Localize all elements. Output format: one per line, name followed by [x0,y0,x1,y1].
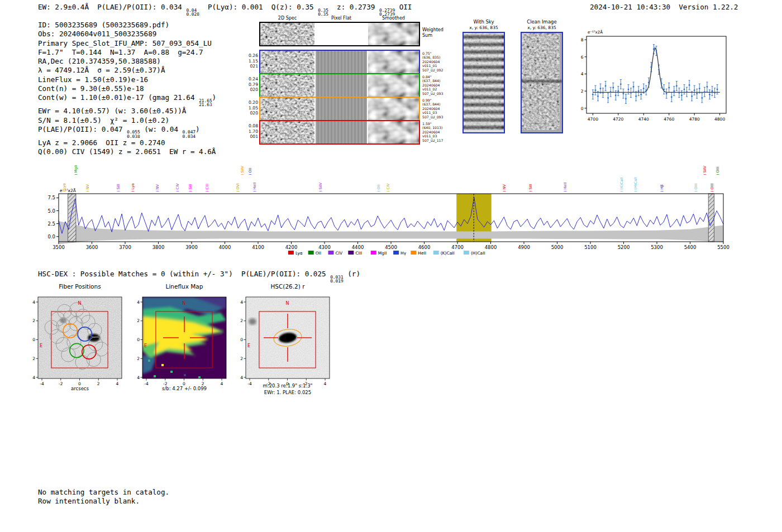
cutout-smoothed-image [368,23,419,45]
svg-text:) OIII: ) OIII [694,183,698,192]
text-segment: (w: 0.04 [140,125,183,133]
stacked-uncertainty: 21.6521.63 [199,99,212,107]
svg-text:0: 0 [32,337,35,342]
svg-text:) NV: ) NV [85,184,90,192]
svg-text:5000: 5000 [551,245,564,250]
footer-line-2: Row intentionally blank. [38,497,140,506]
svg-text:4500: 4500 [385,245,397,250]
svg-text:) CIII: ) CIII [205,184,209,192]
svg-text:-2: -2 [137,356,140,361]
svg-text:-4: -4 [32,375,35,380]
svg-text:0.0: 0.0 [47,234,55,239]
svg-text:3500: 3500 [53,245,65,250]
line-fit-plot: 47004720474047604780480002468e⁻¹⁷x2Å [565,25,744,137]
east-indicator: E [247,343,250,348]
info-line: λ = 4749.12Å σ = 2.59(±0.37)Å [38,66,216,75]
detection-info-block: ID: 5003235689 (5003235689.pdf)Obs: 2024… [38,21,216,156]
svg-text:) OIII: ) OIII [716,166,720,175]
header-spacer [670,3,679,11]
svg-text:2: 2 [581,89,584,94]
footer-line-1: No matching targets in catalog. [38,488,169,497]
data-points [592,49,718,100]
north-indicator: N [78,301,82,306]
clean-image-title: Clean Image [519,19,564,25]
text-segment: Primary Spec_Slot_IFU_AMP: 507_093_054_L… [38,39,212,47]
info-line: EWr = 4.10(±0.57) (w: 3.60(±0.45))Å [38,107,216,116]
fiber-id-labels: 1.59"(640, 1013)20240604v011_03507_LU_11… [422,122,452,142]
lineflux-heatmap [142,297,226,378]
svg-text:) MgII: ) MgII [74,165,78,175]
svg-text:4200: 4200 [285,245,298,250]
svg-text:) SiII: ) SiII [116,184,121,192]
svg-text:4400: 4400 [352,245,364,250]
svg-text:) Hβ: ) Hβ [660,184,664,192]
info-line: S/N = 8.1(±0.5) χ² = 1.0(±0.2) [38,116,216,125]
cutout-2dspec-image [260,51,314,73]
svg-text:4700: 4700 [588,117,598,122]
text-segment: RA,Dec (210.374359,50.388588) [38,57,161,65]
clean-image-panel: Clean Image x, y: 636, 835 [519,19,564,133]
text-segment: EWr = 4.10(±0.57) (w: 3.60(±0.45))Å [38,107,186,115]
stacked-uncertainty: 0.0550.038 [127,130,140,138]
stacked-uncertainty: 0.0470.034 [183,130,196,138]
cutout-2dspec-image [260,98,314,120]
svg-text:4: 4 [240,300,243,305]
text-segment: z: 0.2739 [328,3,379,11]
text-segment: LyA z = 2.9066 OII z = 0.2740 [38,138,165,147]
fiber-id-labels: 0.84"(637, 844)20240604v011_02507_LU_093 [422,75,452,95]
hsc-cutout-title: HSC(26.2) r [240,283,335,290]
text-segment: Cont(w) = 1.10(±0.01)e-17 (gmag 21.64 [38,93,199,102]
text-segment: LineFlux = 1.50(±0.19)e-16 [38,75,148,84]
with-sky-panel: With Sky x, y: 636, 835 [461,19,506,133]
fiber-weight-labels: 0.081.70001 [241,123,258,140]
legend: LyαOIICIVCIIIMgIIHγHeII(K)CaII(H)CaII [288,251,485,256]
clean-image [521,32,563,133]
svg-text:5500: 5500 [717,245,729,250]
sky-noise-overlay [464,33,502,130]
stacked-uncertainty: 0.0310.019 [330,275,343,283]
svg-text:) OIII: ) OIII [710,183,714,192]
svg-text:Hγ: Hγ [400,251,407,256]
lineflux-map-title: Lineflux Map [137,283,232,290]
fiber-weight-labels: 0.261.15021 [241,53,258,69]
text-segment: P(LAE)/P(OII): 0.047 [38,125,127,133]
svg-text:MgII: MgII [378,251,387,256]
svg-text:) OII: ) OII [248,167,252,175]
svg-text:) SiII: ) SiII [528,184,533,192]
cutout-pixelflat-image [316,98,367,120]
cutout-column-header: Pixel Flat [316,16,367,21]
svg-text:) SiIV: ) SiIV [703,166,707,175]
header-summary-line: EW: 2.9±0.4Å P(LAE)/P(OII): 0.034 0.040.… [38,3,412,16]
text-segment: ID: 5003235689 (5003235689.pdf) [38,21,169,29]
fiber-xlabel: arcsecs [32,386,127,391]
lineflux-caption: s/b: 4.27 +/- 0.099 [137,386,232,391]
hsc-cutout-plot: -4-2024420-2-4NE [240,293,335,389]
info-line: F=1.7" T=0.144 N=1.37 A=0.88 g=24.7 [38,48,216,57]
svg-text:4900: 4900 [518,245,530,250]
svg-text:2: 2 [32,318,35,323]
svg-text:) HeII: ) HeII [563,183,568,192]
text-segment: OII [395,3,412,11]
svg-text:3900: 3900 [185,245,198,250]
cutout-2dspec-image [260,74,314,97]
spectrum-line [59,197,723,233]
svg-text:6: 6 [581,55,584,60]
info-line: ID: 5003235689 (5003235689.pdf) [38,21,216,30]
svg-text:) Lyα: ) Lyα [62,183,66,192]
svg-text:) SiIV: ) SiIV [318,183,323,192]
text-segment: HSC-DEX : Possible Matches = 0 (within +… [38,270,330,278]
full-spectrum-plot: 3500360037003800390040004100420043004400… [34,150,760,261]
info-line: Obs: 20240604v011_5003235689 [38,30,216,39]
svg-text:HeII: HeII [418,251,426,256]
svg-text:4: 4 [137,300,140,305]
text-segment: ) [212,93,217,102]
weighted-sum-label: WeightedSum [422,27,452,38]
svg-text:) CIV: ) CIV [386,183,390,192]
east-indicator: E [144,343,147,348]
svg-text:4780: 4780 [689,117,700,122]
svg-text:3700: 3700 [119,245,131,250]
axis-ticks: 47004720474047604780480002468 [581,37,726,122]
text-segment: Obs: 20240604v011_5003235689 [38,30,156,38]
with-sky-coords: x, y: 636, 835 [461,25,506,30]
svg-text:5300: 5300 [651,245,663,250]
